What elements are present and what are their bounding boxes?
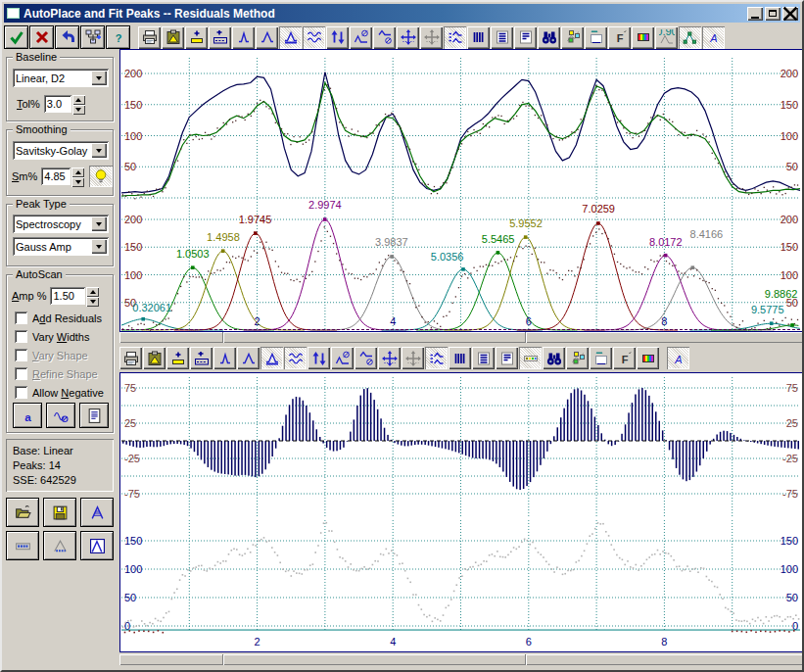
zoom-window-button[interactable] [190,347,213,369]
scroll-segment-2[interactable] [526,332,803,343]
scale-y-button[interactable] [326,26,349,49]
peak-markers-button[interactable] [43,531,76,560]
smoothing-spin-up-button[interactable] [71,168,84,177]
pan-zoom-button[interactable] [378,347,401,369]
fonts-button[interactable]: F [608,26,631,49]
baseline-type-select[interactable]: Linear, D2 [13,69,109,87]
checkbox-allow-negative[interactable]: Allow Negative [15,385,104,400]
find-peaks-button[interactable] [538,26,560,49]
colors-button[interactable] [637,347,659,369]
remove-zero-line-button[interactable] [331,347,354,369]
smoothing-amount-input[interactable]: 4.85 [41,168,71,185]
partial-report-button[interactable] [496,347,518,369]
tolerance-input[interactable]: 3.0 [44,95,71,113]
peak-labels-button[interactable]: A [702,26,725,49]
maximize-button[interactable] [765,7,780,21]
smoothing-type-select[interactable]: Savitsky-Golay [13,141,109,160]
open-button[interactable] [6,498,39,527]
save-button[interactable] [43,498,76,527]
checkbox-box-add-residuals[interactable] [15,312,27,324]
tolerance-spin-up-button[interactable] [72,95,85,105]
peak-family-select[interactable]: Spectroscopy [13,215,109,233]
point-colors-button[interactable] [566,347,589,369]
overlay-sections-button[interactable] [284,347,307,369]
confirm-button[interactable] [4,25,28,49]
scroll-segment-0[interactable] [119,654,223,665]
help-button[interactable]: ? [106,25,130,49]
scroll-segment-1[interactable] [223,654,526,665]
svg-text:2.9974: 2.9974 [308,199,342,211]
partial-report-button[interactable] [514,26,537,49]
tolerance-spin-down-button[interactable] [72,105,85,115]
scroll-segment-1[interactable] [223,332,526,343]
numeric-report-button[interactable] [79,403,109,428]
peak-baseline-button[interactable] [260,347,283,369]
residuals-pan-scrollbar[interactable] [119,654,803,665]
wide-peaks-button[interactable] [237,347,260,369]
full-report-button[interactable] [491,26,513,49]
confidence-peak-button[interactable]: 0.90 [655,26,678,49]
pan-zoom-button[interactable] [397,26,419,49]
title-bar[interactable]: AutoPlace and Fit Peaks -- Residuals Met… [4,4,800,23]
fit-chart-pan-scrollbar[interactable] [119,332,803,343]
close-button[interactable] [782,7,798,21]
amplitude-labels-button[interactable]: a [13,403,42,428]
cancel-button[interactable] [29,25,54,49]
peak-family-dropdown-button[interactable] [91,216,107,231]
peak-baseline-button[interactable] [279,26,302,49]
data-points-button[interactable] [519,347,542,369]
smoothing-preview-toggle[interactable] [89,166,113,187]
print-button[interactable] [119,347,142,369]
checkbox-vary-widths[interactable]: Vary Widths [15,329,90,344]
print-button[interactable] [138,26,161,49]
pan-zoom-alt-button[interactable] [402,347,424,369]
baseline-dropdown-button[interactable] [91,71,107,85]
colors-button[interactable] [632,26,654,49]
x-gridlines-button[interactable] [449,347,471,369]
restore-zero-line-button[interactable] [373,26,396,49]
full-report-button[interactable] [472,347,495,369]
minimize-button[interactable] [747,7,763,21]
zoom-window-button[interactable] [209,26,231,49]
hide-function-button[interactable] [46,403,75,428]
autoscale-sections-button[interactable] [444,26,466,49]
scale-y-button[interactable] [307,347,330,369]
copy-to-clipboard-button[interactable] [143,347,166,369]
restore-zero-line-button[interactable] [355,347,377,369]
checkbox-box-vary-widths[interactable] [15,330,27,343]
peak-window-button[interactable] [80,531,114,560]
zoom-band-button[interactable] [166,347,189,369]
amplitude-threshold-input[interactable]: 1.50 [50,287,85,305]
select-region-button[interactable] [590,347,612,369]
pan-zoom-alt-button[interactable] [420,26,443,49]
narrow-peaks-button[interactable] [232,26,255,49]
scroll-segment-0[interactable] [119,332,223,343]
smoothing-spin-down-button[interactable] [71,177,84,187]
peak-shape-dropdown-button[interactable] [91,239,107,254]
peak-graph-button[interactable] [679,26,701,49]
peak-labels-button[interactable]: A [667,347,689,369]
scroll-segment-2[interactable] [526,654,803,665]
copy-to-clipboard-button[interactable] [162,26,184,49]
overlay-sections-button[interactable] [303,26,325,49]
checkbox-box-allow-negative[interactable] [15,386,27,399]
wide-peaks-button[interactable] [256,26,278,49]
find-peaks-button[interactable] [543,347,565,369]
review-peaks-button[interactable] [80,25,105,49]
smoothing-dropdown-button[interactable] [91,143,107,158]
select-region-button[interactable] [585,26,607,49]
zoom-band-button[interactable] [185,26,208,49]
fonts-button[interactable]: F [613,347,636,369]
remove-zero-line-button[interactable] [350,26,372,49]
autoscale-sections-button[interactable] [425,347,448,369]
point-colors-button[interactable] [561,26,584,49]
checkbox-add-residuals[interactable]: Add Residuals [15,311,102,325]
x-gridlines-button[interactable] [467,26,490,49]
undo-button[interactable] [55,25,79,49]
peak-fit-button[interactable] [80,498,114,527]
amplitude-spin-down-button[interactable] [86,297,99,307]
narrow-peaks-button[interactable] [213,347,236,369]
amplitude-spin-up-button[interactable] [86,287,99,297]
peak-shape-select[interactable]: Gauss Amp [13,237,109,256]
data-markers-button[interactable] [6,531,39,560]
